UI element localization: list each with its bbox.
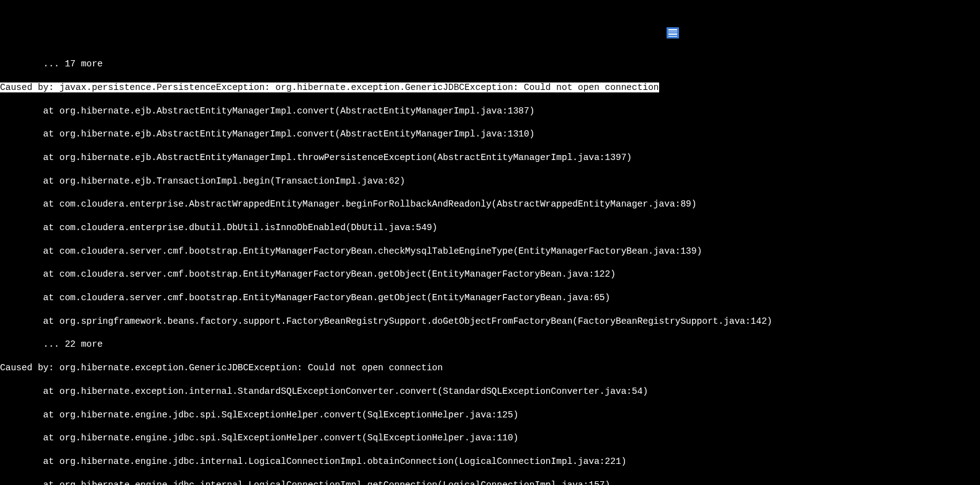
log-line: at org.hibernate.engine.jdbc.internal.Lo… [0, 456, 980, 468]
log-line: at org.hibernate.ejb.TransactionImpl.beg… [0, 176, 980, 187]
terminal-output[interactable]: ... 17 more Caused by: javax.persistence… [0, 47, 980, 485]
log-line: at org.hibernate.ejb.AbstractEntityManag… [0, 128, 980, 140]
copy-icon-line [668, 32, 677, 33]
log-line: Caused by: org.hibernate.exception.Gener… [0, 362, 980, 374]
log-line-highlighted: Caused by: javax.persistence.Persistence… [0, 82, 980, 94]
log-line: ... 22 more [0, 339, 980, 350]
log-line: at org.hibernate.ejb.AbstractEntityManag… [0, 105, 980, 117]
copy-icon-line [668, 29, 677, 30]
log-line: ... 17 more [0, 58, 980, 70]
log-line: at org.hibernate.engine.jdbc.spi.SqlExce… [0, 432, 980, 444]
log-line: at com.cloudera.server.cmf.bootstrap.Ent… [0, 292, 980, 304]
copy-icon[interactable] [667, 27, 679, 38]
log-line: at org.springframework.beans.factory.sup… [0, 316, 980, 327]
log-line: at org.hibernate.engine.jdbc.spi.SqlExce… [0, 409, 980, 421]
log-line: at com.cloudera.server.cmf.bootstrap.Ent… [0, 269, 980, 280]
log-line: at com.cloudera.enterprise.dbutil.DbUtil… [0, 222, 980, 234]
copy-icon-line [668, 33, 677, 35]
log-line: at com.cloudera.server.cmf.bootstrap.Ent… [0, 246, 980, 257]
log-line: at com.cloudera.enterprise.AbstractWrapp… [0, 198, 980, 210]
log-line: at org.hibernate.ejb.AbstractEntityManag… [0, 152, 980, 164]
log-line: at org.hibernate.engine.jdbc.internal.Lo… [0, 479, 980, 485]
selected-text[interactable]: Caused by: javax.persistence.Persistence… [0, 82, 659, 92]
log-line: at org.hibernate.exception.internal.Stan… [0, 386, 980, 398]
copy-icon-line [668, 36, 677, 37]
